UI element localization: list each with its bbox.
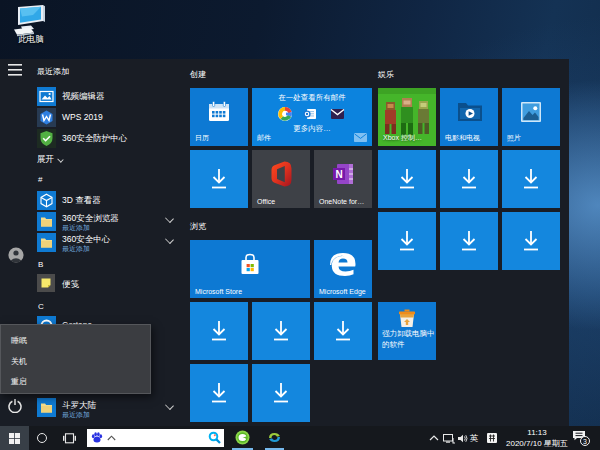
chevron-down-icon	[165, 235, 174, 244]
tile-onenote[interactable]: N OneNote for…	[314, 150, 372, 208]
wps-icon	[37, 108, 56, 127]
download-arrow-icon	[208, 320, 230, 342]
app-label: 视频编辑器	[62, 91, 105, 103]
clock-time: 11:13	[506, 428, 568, 437]
cortana-button[interactable]	[37, 433, 47, 443]
windows-logo-icon	[9, 433, 20, 444]
tile-download-pending[interactable]	[378, 150, 436, 208]
movies-tv-icon	[457, 101, 483, 123]
screen: 此电脑 最近添加	[0, 0, 600, 450]
notification-badge: 3	[580, 436, 590, 446]
user-icon	[8, 247, 24, 263]
download-arrow-icon	[396, 168, 418, 190]
start-button[interactable]	[0, 426, 29, 450]
section-letter-hash[interactable]: #	[38, 175, 42, 184]
ime-language-indicator[interactable]: 英	[470, 433, 479, 445]
power-menu-restart[interactable]: 重启	[11, 375, 27, 387]
tile-download-pending[interactable]	[252, 364, 310, 422]
tile-download-pending[interactable]	[190, 302, 248, 360]
chevron-down-icon	[57, 156, 63, 162]
tile-calendar[interactable]: 日历	[190, 88, 248, 146]
power-menu-shutdown[interactable]: 关机	[11, 355, 27, 367]
download-arrow-icon	[270, 382, 292, 404]
app-label: 3D 查看器	[62, 195, 101, 207]
section-letter-c[interactable]: C	[38, 302, 44, 311]
tile-photos[interactable]: 照片	[502, 88, 560, 146]
tile-label-line1: 强力卸载电脑中	[382, 329, 435, 339]
mail-services-icons	[277, 106, 347, 122]
tray-chevron-up-icon[interactable]	[429, 435, 439, 441]
download-arrow-icon	[270, 320, 292, 342]
download-arrow-icon	[208, 382, 230, 404]
edge-icon	[328, 248, 358, 280]
app-sub-label: 最近添加	[62, 410, 90, 420]
app-label: 360安全防护中心	[62, 133, 127, 145]
hamburger-icon	[8, 64, 22, 76]
tile-label: 日历	[195, 133, 209, 143]
start-menu: 最近添加 视频编辑器 WPS 2019	[0, 59, 569, 426]
tile-microsoft-edge[interactable]: Microsoft Edge	[314, 240, 372, 298]
power-menu-sleep[interactable]: 睡眠	[11, 334, 27, 346]
power-button[interactable]	[0, 393, 32, 421]
ime-mode-icon[interactable]	[487, 433, 497, 443]
mail-envelope-icon	[354, 133, 367, 142]
power-icon	[8, 399, 22, 413]
clock[interactable]: 11:13 2020/7/10 星期五	[506, 426, 568, 450]
sticky-note-icon	[37, 274, 55, 292]
tile-label: 照片	[507, 133, 521, 143]
office-icon	[270, 161, 293, 187]
shield-icon	[37, 129, 56, 148]
desktop-icon-this-pc[interactable]: 此电脑	[8, 4, 54, 46]
baidu-search-icon	[208, 431, 221, 444]
taskbar-app-360-browser[interactable]	[231, 426, 254, 450]
tile-office[interactable]: Office	[252, 150, 310, 208]
tile-download-pending[interactable]	[502, 150, 560, 208]
tile-label: 邮件	[257, 133, 271, 143]
folder-icon	[37, 212, 56, 231]
section-letter-b[interactable]: B	[38, 260, 43, 269]
tile-download-pending[interactable]	[440, 212, 498, 270]
action-center-button[interactable]: 3	[572, 430, 592, 447]
taskbar: 英 11:13 2020/7/10 星期五 3	[0, 426, 600, 450]
user-account-button[interactable]	[0, 242, 32, 270]
onenote-icon: N	[331, 162, 355, 186]
app-sub-label: 最近添加	[62, 223, 90, 233]
mail-tile-headline: 在一处查看所有邮件	[252, 93, 372, 103]
menu-expand-button[interactable]	[0, 59, 32, 87]
baidu-paw-icon	[91, 432, 103, 443]
tile-mail[interactable]: 在一处查看所有邮件 更多内容… 邮件	[252, 88, 372, 146]
browser-360-icon	[235, 430, 250, 445]
power-menu-popup: 睡眠 关机 重启	[0, 324, 151, 394]
tile-label: Xbox 控制…	[383, 133, 422, 143]
store-icon	[238, 253, 262, 277]
tile-label-line2: 的软件	[382, 340, 405, 350]
tile-download-pending[interactable]	[502, 212, 560, 270]
group-header-entertainment: 娱乐	[378, 69, 394, 80]
network-icon[interactable]	[443, 434, 455, 444]
tile-label: Microsoft Store	[195, 288, 242, 295]
tile-download-pending[interactable]	[440, 150, 498, 208]
group-header-browse: 浏览	[190, 221, 206, 232]
app-label: 便笺	[62, 279, 79, 291]
tile-movies-tv[interactable]: 电影和电视	[440, 88, 498, 146]
tile-uninstaller[interactable]: 强力卸载电脑中 的软件	[378, 302, 436, 360]
chevron-down-icon	[165, 401, 174, 410]
taskbar-search-box[interactable]	[87, 429, 224, 447]
download-arrow-icon	[458, 230, 480, 252]
download-arrow-icon	[208, 168, 230, 190]
video-editor-icon	[37, 87, 56, 106]
tile-download-pending[interactable]	[252, 302, 310, 360]
tile-download-pending[interactable]	[314, 302, 372, 360]
tile-download-pending[interactable]	[190, 364, 248, 422]
taskbar-app-360-security[interactable]	[263, 426, 286, 450]
task-view-button[interactable]	[63, 433, 76, 444]
tile-microsoft-store[interactable]: Microsoft Store	[190, 240, 310, 298]
tile-download-pending[interactable]	[190, 150, 248, 208]
group-header-create: 创建	[190, 69, 206, 80]
chevron-down-icon	[165, 214, 174, 223]
volume-icon[interactable]	[458, 434, 468, 443]
tile-label: OneNote for…	[319, 198, 364, 205]
tile-download-pending[interactable]	[378, 212, 436, 270]
tile-xbox[interactable]: Xbox 控制…	[378, 88, 436, 146]
cube-3d-icon	[37, 191, 56, 210]
